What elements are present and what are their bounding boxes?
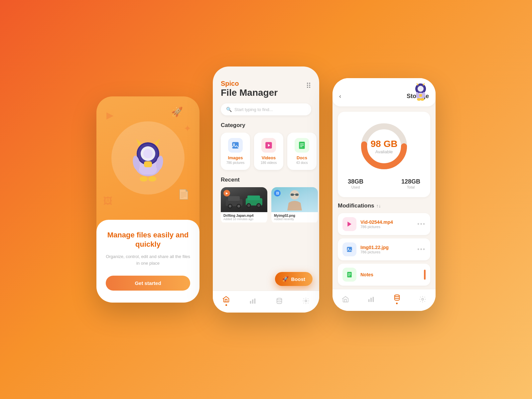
storage-donut-card: 98 GB Avaliable 38GB Used 128GB Total bbox=[338, 112, 430, 197]
video-play-badge: ▶ bbox=[223, 190, 230, 197]
grid-icon[interactable]: ⠿ bbox=[306, 82, 311, 90]
recent-item-image[interactable]: 🖼 Myimg02.png Added recently bbox=[271, 187, 318, 224]
mod-notes-icon bbox=[342, 268, 356, 282]
fm-brand: Spico bbox=[221, 80, 278, 87]
videos-label: Videos bbox=[259, 155, 279, 160]
get-started-button[interactable]: Get started bbox=[106, 276, 190, 291]
image-badge: 🖼 bbox=[274, 190, 281, 197]
fm-header: Spico File Manager ⠿ bbox=[213, 66, 319, 103]
category-videos[interactable]: Videos 186 videos bbox=[254, 133, 283, 170]
svg-point-41 bbox=[305, 300, 307, 302]
recent-img-info: Myimg02.png Added recently bbox=[271, 212, 318, 222]
sort-icon[interactable]: ↑↓ bbox=[376, 203, 381, 208]
bg-icon-doc: 📄 bbox=[178, 189, 190, 200]
storage-header: ‹ Storage bbox=[332, 78, 436, 106]
recent-label: Recent bbox=[213, 177, 319, 187]
used-value: 38GB bbox=[348, 178, 363, 185]
svg-point-65 bbox=[394, 295, 399, 297]
storage-nav-chart[interactable] bbox=[367, 296, 375, 303]
splash-card: Manage files easily and quickly Organize… bbox=[96, 220, 200, 303]
phone-storage: ‹ Storage bbox=[332, 78, 436, 311]
search-icon: 🔍 bbox=[226, 107, 232, 112]
total-value: 128GB bbox=[401, 178, 420, 185]
total-label: Total bbox=[401, 185, 420, 189]
svg-point-24 bbox=[229, 205, 231, 207]
mod-video-name: Vid-02544.mp4 bbox=[360, 219, 413, 225]
mod-image-name: Img01.22.jpg bbox=[360, 245, 413, 250]
mod-video-icon bbox=[342, 217, 356, 231]
mod-image-info: Img01.22.jpg 786 pictures bbox=[360, 245, 413, 254]
svg-point-12 bbox=[148, 176, 156, 182]
svg-rect-34 bbox=[291, 194, 294, 196]
svg-rect-62 bbox=[368, 299, 370, 302]
mod-video-menu[interactable]: ••• bbox=[417, 221, 426, 228]
fm-search-bar[interactable]: 🔍 Start typing to find... bbox=[221, 103, 311, 115]
mod-item-notes-partial[interactable]: Notes bbox=[338, 264, 430, 286]
svg-point-52 bbox=[420, 98, 424, 101]
search-placeholder: Start typing to find... bbox=[234, 107, 273, 112]
robot-svg bbox=[120, 130, 176, 186]
svg-rect-28 bbox=[247, 196, 260, 200]
mod-image-menu[interactable]: ••• bbox=[417, 246, 426, 253]
donut-wrap: 98 GB Avaliable bbox=[344, 120, 424, 173]
donut-center: 98 GB Avaliable bbox=[371, 139, 398, 154]
recent-list: ▶ Drifting Japan.mp4 Added 10 minutes ag… bbox=[213, 187, 319, 224]
svg-point-44 bbox=[418, 86, 424, 92]
storage-navbar bbox=[332, 289, 436, 311]
svg-point-40 bbox=[277, 298, 282, 300]
storage-nav-db-dot bbox=[396, 303, 398, 304]
category-label: Category bbox=[213, 122, 319, 133]
docs-icon bbox=[295, 138, 309, 153]
bg-icon-rocket: 🚀 bbox=[171, 106, 183, 117]
mod-notes-name: Notes bbox=[360, 272, 420, 277]
used-stat: 38GB Used bbox=[348, 178, 363, 189]
donut-chart: 98 GB Avaliable bbox=[357, 120, 411, 173]
svg-point-30 bbox=[247, 204, 250, 207]
phone-splash: ▶ 🚀 ✦ 🖼 📄 bbox=[96, 96, 200, 303]
boost-button[interactable]: 🚀 Boost bbox=[275, 272, 313, 286]
svg-rect-63 bbox=[370, 298, 372, 302]
videos-count: 186 videos bbox=[259, 161, 279, 165]
nav-chart[interactable] bbox=[249, 297, 256, 305]
storage-nav-settings[interactable] bbox=[419, 296, 426, 303]
mod-video-info: Vid-02544.mp4 786 pictures bbox=[360, 219, 413, 229]
category-docs[interactable]: Docs 43 docs bbox=[287, 133, 317, 170]
splash-title: Manage files easily and quickly bbox=[106, 230, 190, 249]
recent-video-name: Drifting Japan.mp4 bbox=[223, 214, 265, 217]
recent-item-video[interactable]: ▶ Drifting Japan.mp4 Added 10 minutes ag… bbox=[221, 187, 267, 224]
splash-hero: ▶ 🚀 ✦ 🖼 📄 bbox=[96, 96, 200, 220]
modifications-section: Modifications ↑↓ Vid-02544.mp4 786 pictu… bbox=[332, 202, 436, 286]
nav-settings[interactable] bbox=[302, 297, 310, 305]
storage-nav-database[interactable] bbox=[393, 294, 401, 304]
mod-video-count: 786 pictures bbox=[360, 225, 413, 229]
mods-header: Modifications ↑↓ bbox=[338, 202, 430, 209]
phone-file-manager: Spico File Manager ⠿ 🔍 Start typing to f… bbox=[213, 66, 319, 313]
donut-sublabel: Avaliable bbox=[371, 149, 398, 154]
fm-navbar bbox=[213, 291, 319, 313]
nav-home[interactable] bbox=[222, 296, 230, 306]
donut-gb-value: 98 GB bbox=[371, 139, 398, 149]
svg-marker-55 bbox=[347, 222, 351, 227]
svg-rect-22 bbox=[228, 196, 240, 201]
images-label: Images bbox=[225, 155, 245, 160]
mod-notes-info: Notes bbox=[360, 272, 420, 277]
notes-scroll-indicator bbox=[424, 270, 426, 280]
svg-point-32 bbox=[257, 204, 260, 207]
svg-point-14 bbox=[233, 144, 235, 145]
mod-item-image[interactable]: Img01.22.jpg 786 pictures ••• bbox=[338, 238, 430, 260]
svg-rect-37 bbox=[250, 301, 251, 304]
mod-item-video[interactable]: Vid-02544.mp4 786 pictures ••• bbox=[338, 213, 430, 235]
mod-image-icon bbox=[342, 242, 356, 256]
svg-point-66 bbox=[422, 298, 424, 300]
storage-nav-home[interactable] bbox=[342, 296, 349, 303]
videos-icon bbox=[261, 138, 276, 153]
category-images[interactable]: Images 786 pictures bbox=[221, 133, 250, 170]
svg-rect-35 bbox=[295, 194, 299, 196]
back-button[interactable]: ‹ bbox=[339, 93, 341, 100]
category-list: Images 786 pictures Videos 186 videos Do… bbox=[213, 133, 319, 177]
nav-database[interactable] bbox=[276, 297, 283, 305]
svg-point-11 bbox=[140, 176, 148, 182]
bg-icon-play: ▶ bbox=[106, 110, 114, 121]
docs-count: 43 docs bbox=[292, 161, 312, 165]
used-label: Used bbox=[348, 185, 363, 189]
